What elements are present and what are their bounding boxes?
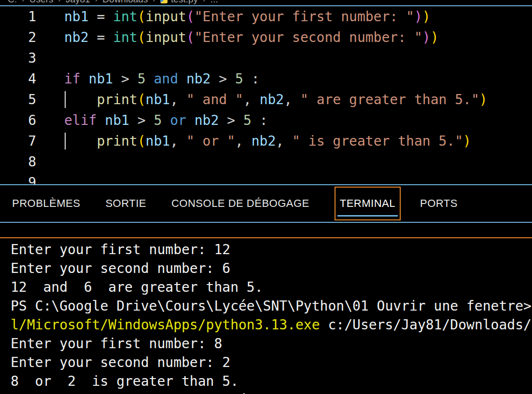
text-token: nb1 xyxy=(146,133,170,149)
line-number: 8 xyxy=(0,151,36,172)
text-token: and xyxy=(154,71,186,87)
breadcrumb-item-file[interactable]: test.py xyxy=(171,0,198,5)
text-token: 12 and 6 are greater than 5. xyxy=(11,279,263,295)
text-token: , xyxy=(284,92,300,108)
text-token: , xyxy=(170,133,186,149)
text-token: " are greater than 5." xyxy=(300,92,479,108)
text-token: nb1 xyxy=(146,92,170,108)
text-token: " and " xyxy=(186,92,243,108)
code-line[interactable]: 5 print(nb1, " and ", nb2, " are greater… xyxy=(0,89,532,110)
terminal-line: Enter your first number: 8 xyxy=(11,334,532,353)
text-token: nb1 xyxy=(105,112,137,128)
text-token: PS C:\Google Drive\Cours\Lycée\SNT\Pytho… xyxy=(11,298,532,314)
text-token: ( xyxy=(138,29,146,45)
vscode-window: { "breadcrumb": { "items": ["C:", "Users… xyxy=(0,0,532,394)
tab-problemes[interactable]: PROBLÈMES xyxy=(12,197,80,210)
tab-terminal-label: TERMINAL xyxy=(340,197,395,210)
indent-guide xyxy=(65,133,66,149)
text-token: nb1 xyxy=(64,9,97,25)
terminal-line: 8 or 2 is greater than 5. xyxy=(11,372,532,391)
terminal-line: Enter your second number: 6 xyxy=(11,259,532,278)
code-line[interactable]: 9 xyxy=(0,172,532,184)
text-token: > xyxy=(227,112,243,128)
text-token: Enter your second number: 6 xyxy=(11,260,230,276)
text-token: , xyxy=(170,92,186,108)
terminal-line: Enter your second number: 2 xyxy=(11,353,532,372)
breadcrumb-item-downloads[interactable]: Downloads xyxy=(102,0,148,5)
text-token: : xyxy=(252,71,260,87)
breadcrumb-item-user[interactable]: Jay81 xyxy=(66,0,90,5)
python-file-icon xyxy=(160,0,168,3)
code-line[interactable]: 7 print(nb1, " or ", nb2, " is greater t… xyxy=(0,131,532,151)
line-number: 5 xyxy=(0,89,36,110)
active-tab-indicator xyxy=(337,215,398,217)
line-number: 3 xyxy=(0,48,36,68)
line-number: 1 xyxy=(0,6,36,27)
code-line[interactable]: 3 xyxy=(0,48,532,68)
text-token: l/Microsoft/WindowsApps/python3.13.exe xyxy=(11,317,320,333)
text-token xyxy=(64,92,97,108)
text-token: , xyxy=(235,133,252,149)
text-token: 5 xyxy=(235,71,252,87)
text-token xyxy=(64,133,97,149)
code-line[interactable]: 4if nb1 > 5 and nb2 > 5 : xyxy=(0,68,532,89)
text-token: ) xyxy=(479,92,488,108)
tab-sortie[interactable]: SORTIE xyxy=(105,197,146,210)
text-token: PS C:\Google Drive\Cours\Lycée\SNT\Pytho… xyxy=(11,392,532,394)
line-number: 6 xyxy=(0,110,36,131)
text-token: ) xyxy=(422,29,431,45)
tab-ports[interactable]: PORTS xyxy=(420,197,458,210)
panel-tab-bar: PROBLÈMES SORTIE CONSOLE DE DÉBOGAGE TER… xyxy=(0,185,532,222)
text-token: if xyxy=(64,71,89,87)
line-number: 4 xyxy=(0,68,36,89)
terminal-output[interactable]: Enter your first number: 12 Enter your s… xyxy=(0,238,532,394)
terminal-line: 12 and 6 are greater than 5. xyxy=(11,278,532,297)
code-line[interactable]: 1nb1 = int(input("Enter your first numbe… xyxy=(0,6,532,27)
text-token: > xyxy=(138,112,154,128)
indent-guide xyxy=(65,91,66,108)
text-token: ) xyxy=(414,9,422,25)
chevron-right-icon: › xyxy=(148,0,160,5)
text-token: = xyxy=(97,9,113,25)
chevron-right-icon: › xyxy=(17,0,29,5)
text-token: = xyxy=(97,29,113,45)
text-token: input xyxy=(146,9,186,25)
text-token: nb1 xyxy=(89,71,121,87)
text-token: " is greater than 5." xyxy=(292,133,463,149)
text-token: ) xyxy=(422,9,431,25)
line-number: 9 xyxy=(0,172,36,184)
text-token: 5 xyxy=(138,71,154,87)
text-token: nb2 xyxy=(186,71,219,87)
code-line[interactable]: 2nb2 = int(input("Enter your second numb… xyxy=(0,27,532,48)
breadcrumb-item-drive[interactable]: C: xyxy=(8,0,17,5)
breadcrumb-item-symbol[interactable]: ... xyxy=(210,0,218,5)
breadcrumb[interactable]: C:›Users›Jay81›Downloads›test.py›... xyxy=(0,0,532,5)
code-line[interactable]: 8 xyxy=(0,151,532,172)
text-token: ( xyxy=(138,133,146,149)
text-token: ( xyxy=(186,29,195,45)
text-token: ) xyxy=(463,133,471,149)
terminal-line: Enter your first number: 12 xyxy=(11,240,532,259)
text-token: ( xyxy=(138,92,146,108)
code-line[interactable]: 6elif nb1 > 5 or nb2 > 5 : xyxy=(0,110,532,131)
text-token: nb2 xyxy=(252,133,276,149)
tab-console-debogage[interactable]: CONSOLE DE DÉBOGAGE xyxy=(171,197,309,210)
text-token: , xyxy=(243,92,260,108)
chevron-right-icon: › xyxy=(90,0,103,5)
text-token: Enter your second number: 2 xyxy=(11,354,230,370)
text-token: 5 xyxy=(243,112,260,128)
text-token: > xyxy=(219,71,235,87)
text-token: Enter your first number: 12 xyxy=(11,242,230,258)
breadcrumb-item-users[interactable]: Users xyxy=(29,0,54,5)
text-token: Enter your first number: 8 xyxy=(11,336,222,352)
text-token: 8 or 2 is greater than 5. xyxy=(11,373,238,389)
code-editor[interactable]: 1nb1 = int(input("Enter your first numbe… xyxy=(0,6,532,184)
text-token: ( xyxy=(138,9,146,25)
text-token: : xyxy=(260,112,268,128)
tab-terminal[interactable]: TERMINAL xyxy=(335,187,401,220)
text-token: c:/Users/Jay81/Downloads/ xyxy=(320,317,532,333)
terminal-line: PS C:\Google Drive\Cours\Lycée\SNT\Pytho… xyxy=(11,297,532,315)
text-token: ( xyxy=(186,9,195,25)
text-token: nb2 xyxy=(260,92,284,108)
text-token: "Enter your first number: " xyxy=(195,9,414,25)
